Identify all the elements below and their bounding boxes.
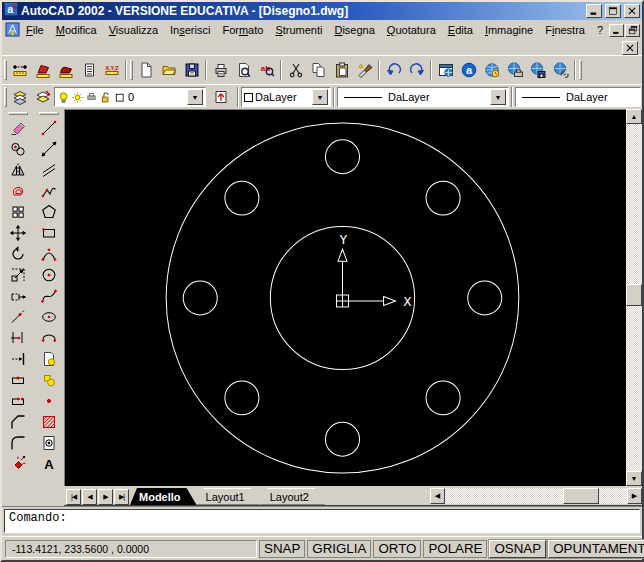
break-at-point-button[interactable] — [5, 369, 31, 390]
etransmit-button[interactable] — [526, 59, 549, 81]
scroll-right-button[interactable]: ▶ — [627, 488, 642, 504]
lineweight-dropdown[interactable]: DaLayer — [515, 87, 641, 107]
line-button[interactable] — [36, 117, 62, 138]
extend-button[interactable] — [5, 348, 31, 369]
region-button[interactable] — [36, 432, 62, 453]
polygon-button[interactable] — [36, 201, 62, 222]
erase-button[interactable] — [5, 117, 31, 138]
list-button[interactable] — [77, 59, 100, 81]
make-object-layer-current-button[interactable] — [209, 86, 232, 108]
toggle-orto[interactable]: ORTO — [373, 540, 421, 558]
menu-inserisci[interactable]: Inserisci — [164, 22, 216, 38]
make-block-button[interactable] — [36, 369, 62, 390]
area-button[interactable] — [31, 59, 54, 81]
ellipse-arc-button[interactable] — [36, 327, 62, 348]
new-file-button[interactable] — [134, 59, 157, 81]
lengthen-button[interactable] — [5, 306, 31, 327]
rotate-button[interactable] — [5, 243, 31, 264]
menu-strumenti[interactable]: Strumenti — [269, 22, 328, 38]
open-button[interactable] — [157, 59, 180, 81]
point-a-button[interactable]: a — [457, 59, 480, 81]
menu-[interactable]: ? — [591, 22, 609, 38]
ellipse-button[interactable] — [36, 306, 62, 327]
move-button[interactable] — [5, 222, 31, 243]
multiline-button[interactable] — [36, 159, 62, 180]
insert-block-button[interactable] — [36, 348, 62, 369]
scroll-down-button[interactable]: ▼ — [626, 471, 642, 486]
toggle-snap[interactable]: SNAP — [259, 540, 305, 558]
scroll-left-button[interactable]: ◀ — [430, 488, 445, 504]
layer-dropdown[interactable]: 0 ▼ — [54, 87, 206, 107]
arc-button[interactable] — [36, 243, 62, 264]
layer-states-button[interactable] — [31, 86, 54, 108]
first-tab-button[interactable]: |◀ — [66, 489, 81, 505]
tab-layout2[interactable]: Layout2 — [261, 488, 325, 505]
spline-button[interactable] — [36, 285, 62, 306]
scale-button[interactable] — [5, 264, 31, 285]
command-line-input[interactable]: Comando: — [4, 509, 640, 533]
find-button[interactable]: ab — [255, 59, 278, 81]
mirror-button[interactable] — [5, 159, 31, 180]
offset-button[interactable] — [5, 180, 31, 201]
mdi-minimize-button[interactable] — [609, 24, 624, 37]
minimize-button[interactable] — [586, 4, 602, 18]
toggle-griglia[interactable]: GRIGLIA — [307, 540, 371, 558]
vertical-scrollbar[interactable]: ▲ ▼ — [626, 109, 642, 486]
today-button[interactable] — [434, 59, 457, 81]
break-button[interactable] — [5, 390, 31, 411]
redo-button[interactable] — [405, 59, 428, 81]
menu-quotatura[interactable]: Quotatura — [381, 22, 442, 38]
point-button[interactable] — [36, 390, 62, 411]
toolbar-drag-handle[interactable] — [130, 60, 133, 80]
menu-immagine[interactable]: Immagine — [479, 22, 539, 38]
tab-layout1[interactable]: Layout1 — [197, 488, 261, 505]
print-preview-button[interactable] — [232, 59, 255, 81]
stretch-button[interactable] — [5, 285, 31, 306]
distance-button[interactable] — [8, 59, 31, 81]
menu-formato[interactable]: Formato — [216, 22, 269, 38]
construction-line-button[interactable] — [36, 138, 62, 159]
trim-button[interactable] — [5, 327, 31, 348]
publish-to-web-button[interactable] — [503, 59, 526, 81]
hatch-button[interactable] — [36, 411, 62, 432]
layers-button[interactable] — [8, 86, 31, 108]
toolbar-drag-handle[interactable] — [4, 87, 7, 107]
drawing-canvas[interactable]: YX — [64, 109, 626, 486]
copy-button[interactable] — [307, 59, 330, 81]
circle-button[interactable] — [36, 264, 62, 285]
toolbar-drag-handle[interactable] — [8, 112, 28, 115]
menu-file[interactable]: File — [20, 22, 50, 38]
linetype-dropdown[interactable]: DaLayer ▼ — [337, 87, 509, 107]
match-properties-button[interactable] — [353, 59, 376, 81]
menu-disegna[interactable]: Disegna — [328, 22, 380, 38]
vertical-scroll-thumb[interactable] — [626, 284, 642, 306]
menu-modifica[interactable]: Modifica — [50, 22, 103, 38]
layer-dropdown-arrow[interactable]: ▼ — [187, 89, 203, 105]
meet-now-button[interactable] — [480, 59, 503, 81]
print-button[interactable] — [209, 59, 232, 81]
fillet-button[interactable] — [5, 432, 31, 453]
maximize-button[interactable] — [605, 4, 621, 18]
horizontal-scroll-track[interactable] — [445, 488, 627, 504]
rectangle-button[interactable] — [36, 222, 62, 243]
color-dropdown-arrow[interactable]: ▼ — [312, 89, 328, 105]
menu-finestra[interactable]: Finestra — [539, 22, 591, 38]
scroll-up-button[interactable]: ▲ — [626, 109, 642, 124]
toolbar-drag-handle[interactable] — [579, 60, 582, 80]
toggle-opuntamento[interactable]: OPUNTAMENTO — [548, 540, 644, 558]
polyline-button[interactable] — [36, 180, 62, 201]
undo-button[interactable] — [382, 59, 405, 81]
array-button[interactable] — [5, 201, 31, 222]
explode-button[interactable] — [5, 453, 31, 474]
horizontal-scroll-thumb[interactable] — [563, 488, 599, 504]
cut-button[interactable] — [284, 59, 307, 81]
toolbar-drag-handle[interactable] — [39, 112, 59, 115]
locate-point-button[interactable]: X,Y,Z — [100, 59, 123, 81]
horizontal-scrollbar[interactable]: ◀ ▶ — [430, 488, 642, 504]
hyperlink-button[interactable] — [549, 59, 572, 81]
linetype-dropdown-arrow[interactable]: ▼ — [490, 89, 506, 105]
color-dropdown[interactable]: DaLayer ▼ — [241, 87, 331, 107]
tab-modello[interactable]: Modello — [130, 488, 197, 505]
save-button[interactable] — [180, 59, 203, 81]
chamfer-button[interactable] — [5, 411, 31, 432]
